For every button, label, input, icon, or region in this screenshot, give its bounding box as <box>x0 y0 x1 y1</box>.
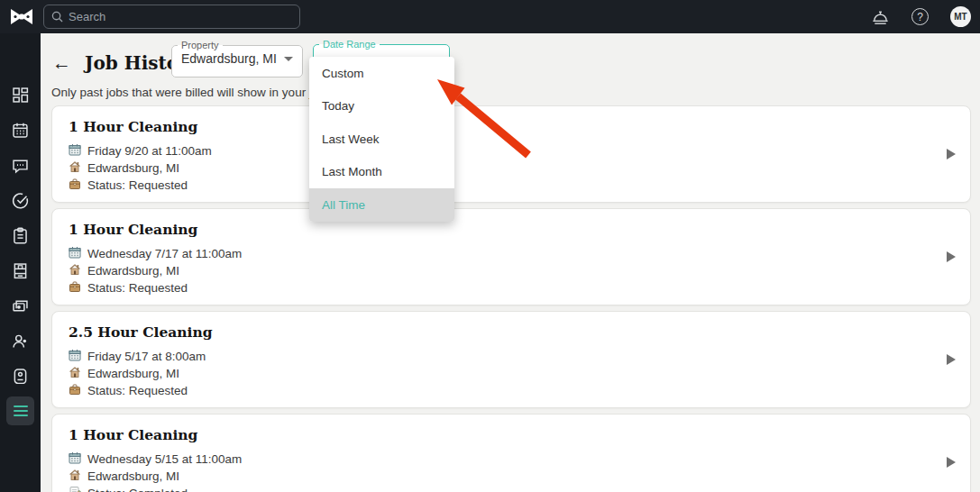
date-range-option-label: Custom <box>322 67 364 80</box>
sidebar-item-dashboard[interactable] <box>11 86 30 105</box>
sidebar-item-menu-active[interactable] <box>6 396 34 425</box>
date-range-option-label: Last Month <box>322 165 382 178</box>
property-select-value: Edwardsburg, MI <box>181 51 277 66</box>
dashboard-icon <box>11 86 30 105</box>
calendar-icon <box>69 451 81 467</box>
user-avatar[interactable]: MT <box>950 6 971 27</box>
job-date: Wednesday 7/17 at 11:00am <box>87 247 242 260</box>
calendar-icon <box>69 143 81 159</box>
bow-logo-icon[interactable] <box>10 6 33 27</box>
job-location: Edwardsburg, MI <box>87 469 179 483</box>
job-card[interactable]: 2.5 Hour Cleaning Friday 5/17 at 8:00am … <box>51 311 971 408</box>
payments-icon <box>11 296 30 315</box>
check-circle-icon <box>11 191 30 210</box>
job-location: Edwardsburg, MI <box>87 367 179 380</box>
job-status: Status: Completed <box>87 487 188 492</box>
search-icon <box>51 11 63 23</box>
sidebar-item-checklists[interactable] <box>11 226 30 245</box>
job-date: Wednesday 5/15 at 11:00am <box>87 452 242 466</box>
job-title: 1 Hour Cleaning <box>69 221 954 238</box>
job-detail-chevron-icon[interactable] <box>947 149 956 159</box>
menu-icon <box>14 405 28 416</box>
job-detail-chevron-icon[interactable] <box>947 251 956 262</box>
sidebar-item-tasks[interactable] <box>11 191 30 210</box>
job-status: Status: Requested <box>87 384 188 397</box>
date-range-option[interactable]: Last Month <box>309 156 454 189</box>
briefcase-icon <box>69 383 81 398</box>
chat-icon <box>11 156 30 175</box>
contact-card-icon <box>11 367 30 386</box>
notification-bell-icon[interactable] <box>871 8 890 26</box>
house-icon <box>69 366 81 381</box>
date-range-option[interactable]: Custom <box>309 57 454 90</box>
job-title: 1 Hour Cleaning <box>69 118 954 135</box>
date-range-option-label: All Time <box>322 198 365 212</box>
job-location: Edwardsburg, MI <box>87 161 179 175</box>
house-icon <box>69 263 81 278</box>
job-title: 1 Hour Cleaning <box>69 426 954 443</box>
date-range-option[interactable]: Last Week <box>309 123 454 156</box>
team-icon <box>11 332 30 351</box>
briefcase-icon <box>69 178 81 193</box>
job-status: Status: Requested <box>87 178 188 192</box>
calendar-icon <box>11 121 30 140</box>
job-title: 2.5 Hour Cleaning <box>69 323 954 341</box>
house-icon <box>69 160 81 176</box>
sidebar-item-messages[interactable] <box>11 156 30 175</box>
property-select[interactable]: Property Edwardsburg, MI <box>171 40 303 77</box>
job-history-list: 1 Hour Cleaning Friday 9/20 at 11:00am E… <box>51 105 971 492</box>
date-range-option-label: Last Week <box>322 132 380 146</box>
job-date: Friday 5/17 at 8:00am <box>87 350 206 363</box>
house-icon <box>69 469 81 484</box>
memo-icon <box>69 486 81 492</box>
app-window: ? MT <box>0 0 980 492</box>
job-detail-chevron-icon[interactable] <box>947 457 956 468</box>
job-card[interactable]: 1 Hour Cleaning Wednesday 5/15 at 11:00a… <box>51 414 971 492</box>
caret-down-icon <box>284 57 293 61</box>
calendar-icon <box>69 246 81 261</box>
date-range-option[interactable]: All Time <box>309 188 454 222</box>
job-detail-chevron-icon[interactable] <box>947 354 956 365</box>
sidebar-item-calendar[interactable] <box>11 121 30 140</box>
date-range-menu: Custom Today Last Week Last Month All Ti… <box>309 57 454 222</box>
date-range-option[interactable]: Today <box>309 90 454 123</box>
sidebar-item-properties[interactable] <box>11 261 30 280</box>
job-date: Friday 9/20 at 11:00am <box>87 144 212 158</box>
job-status: Status: Requested <box>87 281 188 295</box>
job-card[interactable]: 1 Hour Cleaning Friday 9/20 at 11:00am E… <box>51 105 971 203</box>
search-box[interactable] <box>43 5 300 29</box>
help-icon[interactable]: ? <box>911 8 929 25</box>
calendar-icon <box>69 349 81 364</box>
job-location: Edwardsburg, MI <box>87 264 179 278</box>
top-bar: ? MT <box>0 0 980 33</box>
briefcase-icon <box>69 280 81 296</box>
sidebar-item-payments[interactable] <box>11 296 30 315</box>
sidebar-item-team[interactable] <box>11 332 30 351</box>
property-icon <box>11 261 30 280</box>
date-range-option-label: Today <box>322 99 354 113</box>
clipboard-icon <box>11 226 30 245</box>
back-button[interactable]: ← <box>52 52 71 74</box>
date-range-select-label: Date Range <box>319 39 380 50</box>
property-select-label: Property <box>178 40 223 50</box>
search-input[interactable] <box>69 10 292 23</box>
sidebar-item-contact[interactable] <box>11 367 30 386</box>
sidebar-nav <box>0 33 41 492</box>
job-card[interactable]: 1 Hour Cleaning Wednesday 7/17 at 11:00a… <box>51 208 971 305</box>
